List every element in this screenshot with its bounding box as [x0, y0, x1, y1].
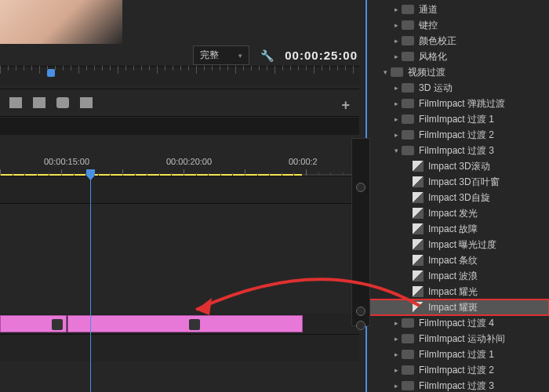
tree-item-label: Impact 耀光 — [428, 285, 478, 299]
disclosure-arrow-icon[interactable]: ▾ — [391, 147, 402, 154]
effects-item[interactable]: ·Impact 耀斑 — [367, 299, 549, 315]
effect-icon — [413, 161, 424, 172]
button-editor-plus-icon[interactable]: + — [341, 97, 350, 108]
dropdown-label: 完整 — [200, 49, 219, 62]
ruler-label: 00:00:20:00 — [166, 157, 212, 166]
preview-thumbnail — [0, 0, 122, 44]
effects-item[interactable]: ·Impact 故障 — [367, 221, 549, 237]
playhead-line — [90, 169, 91, 392]
scroll-handle-icon[interactable] — [356, 321, 365, 330]
disclosure-arrow-icon[interactable]: ▸ — [391, 5, 402, 13]
disclosure-arrow-icon[interactable]: ▸ — [391, 115, 402, 123]
timeline-vertical-scrollbar[interactable] — [351, 138, 370, 326]
folder-icon — [402, 52, 414, 61]
effects-folder[interactable]: ▸键控 — [367, 17, 549, 33]
tree-item-label: 视频过渡 — [408, 66, 445, 79]
effects-folder[interactable]: ▸FilmImpact 过渡 1 — [367, 347, 549, 362]
timeline-clip[interactable] — [0, 315, 67, 332]
tree-item-label: 3D 运动 — [419, 82, 453, 95]
disclosure-arrow-icon[interactable]: ▸ — [391, 335, 402, 343]
scroll-handle-icon[interactable] — [356, 183, 365, 192]
mark-out-icon[interactable] — [33, 97, 45, 108]
folder-icon — [402, 318, 414, 328]
effects-folder[interactable]: ▸FilmImpact 过渡 2 — [367, 362, 549, 378]
disclosure-arrow-icon[interactable]: ▸ — [391, 53, 402, 60]
tree-item-label: Impact 发光 — [428, 207, 478, 220]
tree-item-label: 键控 — [419, 19, 438, 32]
disclosure-arrow-icon[interactable]: ▸ — [391, 319, 402, 327]
effects-tree[interactable]: ▸通道▸键控▸颜色校正▸风格化▾视频过渡▸3D 运动▸FilmImpact 弹跳… — [367, 0, 549, 392]
effects-folder[interactable]: ▸颜色校正 — [367, 33, 549, 49]
effect-icon — [413, 192, 424, 203]
disclosure-arrow-icon[interactable]: ▸ — [391, 21, 402, 29]
effects-folder[interactable]: ▸FilmImpact 运动补间 — [367, 331, 549, 347]
video-track[interactable] — [0, 335, 359, 361]
tree-item-label: FilmImpact 过渡 1 — [419, 348, 494, 361]
effects-folder[interactable]: ▾视频过渡 — [367, 64, 549, 80]
effects-folder[interactable]: ▸3D 运动 — [367, 80, 549, 96]
folder-icon — [402, 99, 414, 108]
tree-item-label: 颜色校正 — [419, 34, 456, 48]
folder-icon — [402, 20, 414, 30]
effects-item[interactable]: ·Impact 曝光过度 — [367, 237, 549, 252]
monitor-timeline-panel: 完整 ▾ 🔧 00:00:25:00 + 00:00:15:00 00:00:2… — [0, 0, 365, 392]
video-track[interactable] — [0, 176, 359, 203]
folder-icon — [402, 381, 414, 390]
tree-item-label: Impact 曝光过度 — [428, 238, 496, 252]
tree-item-label: Impact 耀斑 — [428, 301, 478, 314]
effects-folder[interactable]: ▸风格化 — [367, 49, 549, 64]
playback-marker[interactable] — [47, 69, 55, 77]
tree-item-label: 通道 — [419, 3, 438, 16]
tree-item-label: 风格化 — [419, 50, 447, 64]
monitor-ruler[interactable] — [0, 66, 359, 85]
settings-wrench-icon[interactable]: 🔧 — [260, 49, 274, 62]
folder-icon — [402, 130, 414, 140]
folder-icon — [402, 334, 414, 343]
timeline-ruler[interactable]: 00:00:15:00 00:00:20:00 00:00:2 — [0, 135, 359, 176]
disclosure-arrow-icon[interactable]: ▸ — [391, 100, 402, 107]
disclosure-arrow-icon[interactable]: ▾ — [380, 68, 391, 76]
effects-item[interactable]: ·Impact 耀光 — [367, 284, 549, 299]
effects-folder[interactable]: ▸FilmImpact 弹跳过渡 — [367, 96, 549, 111]
folder-icon — [402, 5, 414, 14]
effect-icon — [413, 239, 424, 250]
effect-icon — [413, 255, 424, 266]
effects-item[interactable]: ·Impact 条纹 — [367, 252, 549, 268]
tree-item-label: Impact 波浪 — [428, 270, 478, 283]
effects-item[interactable]: ·Impact 波浪 — [367, 268, 549, 284]
timeline-clip[interactable] — [67, 315, 303, 332]
timecode-display[interactable]: 00:00:25:00 — [285, 49, 358, 62]
effects-folder[interactable]: ▸FilmImpact 过渡 4 — [367, 315, 549, 331]
effects-item[interactable]: ·Impact 3D百叶窗 — [367, 174, 549, 190]
disclosure-arrow-icon[interactable]: ▸ — [391, 366, 402, 374]
disclosure-arrow-icon[interactable]: ▸ — [391, 37, 402, 45]
tree-item-label: Impact 条纹 — [428, 254, 478, 267]
mark-in-icon[interactable] — [9, 97, 22, 108]
disclosure-arrow-icon[interactable]: ▸ — [391, 382, 402, 390]
effects-item[interactable]: ·Impact 发光 — [367, 205, 549, 221]
effect-icon — [413, 208, 424, 219]
monitor-toolbar: + — [0, 89, 359, 117]
ruler-label: 00:00:2 — [289, 157, 318, 166]
tree-item-label: FilmImpact 过渡 2 — [419, 129, 494, 142]
tracks-container — [0, 176, 359, 361]
effects-folder[interactable]: ▾FilmImpact 过渡 3 — [367, 143, 549, 158]
effects-folder[interactable]: ▸通道 — [367, 2, 549, 17]
effects-item[interactable]: ·Impact 3D自旋 — [367, 190, 549, 205]
effect-icon — [413, 270, 424, 281]
folder-icon — [402, 83, 414, 93]
scroll-handle-icon[interactable] — [356, 307, 365, 316]
export-frame-icon[interactable] — [56, 97, 69, 108]
resolution-dropdown[interactable]: 完整 ▾ — [193, 45, 249, 65]
comparison-view-icon[interactable] — [80, 97, 93, 108]
ruler-label: 00:00:15:00 — [44, 157, 89, 166]
effects-item[interactable]: ·Impact 3D滚动 — [367, 158, 549, 174]
fx-badge-icon — [189, 319, 200, 330]
video-track[interactable] — [0, 314, 359, 334]
disclosure-arrow-icon[interactable]: ▸ — [391, 350, 402, 358]
effects-folder[interactable]: ▸FilmImpact 过渡 3 — [367, 378, 549, 392]
disclosure-arrow-icon[interactable]: ▸ — [391, 131, 402, 139]
effects-folder[interactable]: ▸FilmImpact 过渡 1 — [367, 111, 549, 127]
effects-folder[interactable]: ▸FilmImpact 过渡 2 — [367, 127, 549, 143]
disclosure-arrow-icon[interactable]: ▸ — [391, 84, 402, 92]
